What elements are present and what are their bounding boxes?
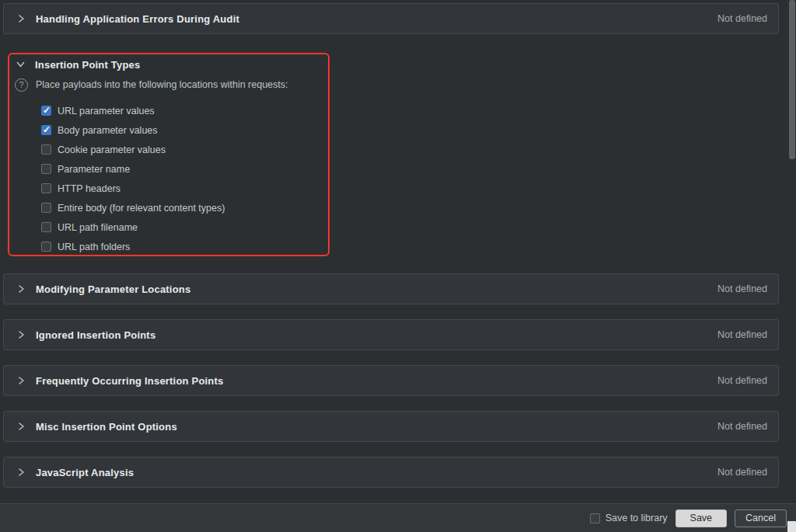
section-title: Modifying Parameter Locations — [36, 283, 190, 295]
section-title: JavaScript Analysis — [36, 467, 134, 478]
section-title: Misc Insertion Point Options — [36, 421, 177, 433]
section-misc-insertion-point-options[interactable]: Misc Insertion Point Options Not defined — [3, 411, 779, 442]
section-insertion-point-types-header[interactable]: Insertion Point Types — [3, 54, 779, 75]
chevron-right-icon — [15, 467, 27, 478]
section-ignored-insertion-points[interactable]: Ignored Insertion Points Not defined — [3, 319, 779, 350]
checkbox — [41, 125, 51, 135]
section-status: Not defined — [717, 283, 767, 294]
checkbox-label: Entire body (for relevant content types) — [58, 203, 225, 214]
save-button[interactable]: Save — [676, 509, 728, 527]
checkbox-url-path-filename[interactable]: URL path filename — [3, 217, 779, 237]
checkbox-label: Body parameter values — [58, 125, 158, 136]
section-status: Not defined — [717, 329, 767, 340]
section-title: Frequently Occurring Insertion Points — [36, 375, 223, 387]
checkbox-label: Cookie parameter values — [58, 144, 166, 155]
checkbox — [590, 513, 600, 523]
section-title: Handling Application Errors During Audit — [36, 13, 239, 25]
checkbox-entire-body[interactable]: Entire body (for relevant content types) — [3, 198, 779, 217]
section-status: Not defined — [717, 467, 767, 478]
checkbox-body-parameter-values[interactable]: Body parameter values — [3, 120, 779, 140]
section-title: Ignored Insertion Points — [36, 329, 155, 341]
cancel-button[interactable]: Cancel — [735, 509, 787, 527]
section-modifying-parameter-locations[interactable]: Modifying Parameter Locations Not define… — [3, 273, 779, 304]
checkbox — [41, 222, 51, 232]
checkbox — [41, 106, 51, 116]
section-description: Place payloads into the following locati… — [36, 79, 288, 90]
section-frequently-occurring-insertion-points[interactable]: Frequently Occurring Insertion Points No… — [3, 365, 779, 396]
checkbox — [41, 203, 51, 213]
vertical-scrollbar-track[interactable] — [788, 0, 796, 502]
dialog-footer: Save to library Save Cancel — [0, 503, 796, 532]
section-description-row: Place payloads into the following locati… — [3, 75, 779, 95]
checkbox-parameter-name[interactable]: Parameter name — [3, 159, 779, 179]
chevron-right-icon — [15, 283, 27, 294]
checkbox-label: URL path filename — [58, 222, 138, 233]
section-insertion-point-types: Insertion Point Types Place payloads int… — [3, 50, 779, 259]
save-to-library-checkbox[interactable]: Save to library — [590, 513, 668, 523]
help-icon[interactable] — [15, 78, 28, 92]
checkbox — [41, 144, 51, 155]
section-status: Not defined — [717, 13, 767, 24]
checkbox-label: Parameter name — [58, 164, 130, 175]
checkbox — [41, 242, 51, 252]
section-javascript-analysis[interactable]: JavaScript Analysis Not defined — [3, 457, 779, 488]
scrollbar-corner — [787, 521, 796, 532]
insertion-point-checkbox-list: URL parameter values Body parameter valu… — [3, 101, 779, 256]
save-to-library-label: Save to library — [606, 513, 668, 523]
checkbox-label: HTTP headers — [58, 183, 120, 194]
section-handling-application-errors[interactable]: Handling Application Errors During Audit… — [3, 3, 779, 34]
section-status: Not defined — [717, 421, 767, 432]
chevron-right-icon — [15, 13, 27, 24]
section-title: Insertion Point Types — [35, 59, 140, 71]
chevron-right-icon — [15, 421, 27, 432]
chevron-right-icon — [15, 375, 27, 386]
checkbox-label: URL parameter values — [58, 106, 155, 116]
checkbox-http-headers[interactable]: HTTP headers — [3, 179, 779, 198]
vertical-scrollbar-thumb[interactable] — [789, 0, 795, 159]
sections-scroll-area: Handling Application Errors During Audit… — [0, 0, 796, 503]
checkbox — [41, 183, 51, 193]
checkbox-url-path-folders[interactable]: URL path folders — [3, 237, 779, 256]
checkbox-label: URL path folders — [58, 242, 130, 252]
checkbox-cookie-parameter-values[interactable]: Cookie parameter values — [3, 140, 779, 159]
checkbox-url-parameter-values[interactable]: URL parameter values — [3, 101, 779, 120]
chevron-down-icon — [14, 59, 26, 70]
section-status: Not defined — [717, 375, 767, 386]
checkbox — [41, 164, 51, 174]
chevron-right-icon — [15, 329, 27, 340]
audit-configuration-dialog: Handling Application Errors During Audit… — [0, 0, 796, 532]
